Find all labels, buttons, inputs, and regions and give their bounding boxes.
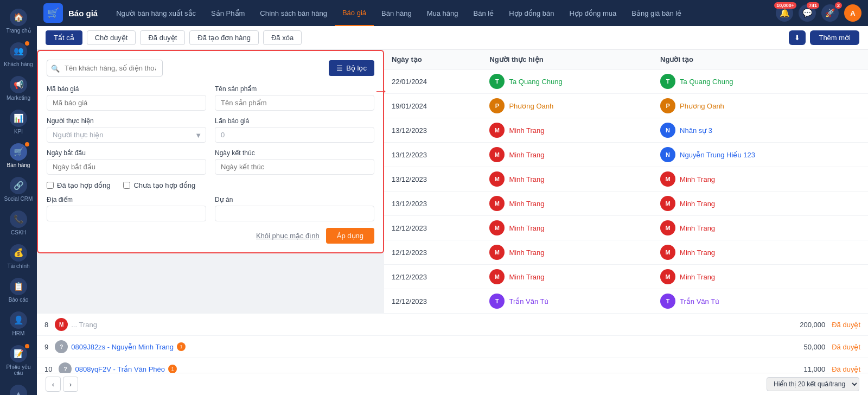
chua-tao-hop-dong-checkbox[interactable] bbox=[123, 182, 130, 189]
creator-name: Phương Oanh bbox=[680, 102, 724, 110]
filter-row-2: Người thực hiện Người thực hiện ▼ Lần bá… bbox=[47, 117, 374, 143]
menu-item-chinhsach[interactable]: Chính sách bán hàng bbox=[252, 0, 335, 26]
cell-executor: M Minh Trang bbox=[482, 216, 653, 240]
them-moi-button[interactable]: Thêm mới bbox=[810, 30, 859, 45]
badge: 1 bbox=[177, 342, 186, 351]
main-content: 🛒 Báo giá Người bán hàng xuất sắc Sản Ph… bbox=[37, 0, 868, 395]
ten-san-pham-input[interactable] bbox=[215, 95, 374, 111]
cell-pdf[interactable]: 0813ntilGj-N3vgY82-wtmxGRk.pdf bbox=[866, 118, 868, 143]
sidebar-item-marketing[interactable]: 📢 Marketing bbox=[0, 72, 37, 105]
menu-item-banle[interactable]: Bán lẻ bbox=[466, 0, 502, 26]
sidebar-item-home[interactable]: 🏠 Trang chủ bbox=[0, 4, 37, 38]
cell-pdf[interactable]: 0813ntilGj.pdf bbox=[866, 167, 868, 192]
ngay-bat-dau-input[interactable] bbox=[47, 159, 206, 175]
filter-label: Bộ lọc bbox=[346, 64, 367, 72]
ten-san-pham-label: Tên sản phẩm bbox=[215, 85, 374, 93]
row-num: 8 bbox=[44, 321, 48, 329]
lan-bao-gia-input[interactable] bbox=[215, 127, 374, 143]
sidebar-item-collapse-up[interactable]: ▲ bbox=[0, 380, 37, 395]
row-user: ? 0809J82zs - Nguyễn Minh Trang 1 bbox=[55, 340, 186, 353]
subtab-choduyet[interactable]: Chờ duyệt bbox=[87, 30, 136, 45]
dia-diem-input[interactable] bbox=[47, 206, 206, 221]
du-an-input[interactable] bbox=[215, 206, 374, 221]
sidebar-item-socialcrm[interactable]: 🔗 Social CRM bbox=[0, 173, 37, 206]
reset-button[interactable]: Khôi phục mặc định bbox=[256, 232, 320, 240]
menu-item-sanpham[interactable]: Sản Phẩm bbox=[203, 0, 252, 26]
cell-pdf[interactable]: 0811NZ42z.pdf bbox=[866, 216, 868, 240]
sidebar-item-banhang[interactable]: 🛒 Bán hàng bbox=[0, 139, 37, 173]
filter-du-an: Dự án bbox=[215, 196, 374, 221]
creator-avatar: T bbox=[660, 74, 675, 89]
sidebar-item-kpi[interactable]: 📊 KPI bbox=[0, 105, 37, 139]
notification-bell-button[interactable]: 🔔 10,000+ bbox=[776, 4, 793, 22]
creator-name: Minh Trang bbox=[680, 224, 715, 232]
executor-name: Minh Trang bbox=[509, 175, 544, 183]
menu-item-hopdongmua[interactable]: Hợp đồng mua bbox=[561, 0, 624, 26]
subtab-tatca[interactable]: Tất cả bbox=[46, 30, 82, 45]
notification-badge bbox=[25, 41, 29, 46]
cell-date: 12/12/2023 bbox=[384, 240, 482, 265]
sidebar-item-baocao[interactable]: 📋 Báo cáo bbox=[0, 273, 37, 307]
cell-date: 12/12/2023 bbox=[384, 216, 482, 240]
cell-pdf[interactable]: 0809J82zs.pdf bbox=[866, 265, 868, 289]
subtab-daxoa[interactable]: Đã xóa bbox=[263, 30, 302, 45]
menu-item-banhang[interactable]: Bán hàng bbox=[374, 0, 419, 26]
search-input[interactable] bbox=[47, 60, 163, 77]
sidebar-item-phieuyeucau[interactable]: 📝 Phiếu yêu cầu bbox=[0, 341, 37, 380]
creator-avatar: M bbox=[660, 220, 675, 235]
executor-name: Minh Trang bbox=[509, 151, 544, 159]
creator-avatar: N bbox=[660, 147, 675, 162]
table-row: 13/12/2023 M Minh Trang N Nguyễn Trung H… bbox=[384, 143, 868, 167]
executor-avatar: T bbox=[489, 294, 505, 309]
ma-bao-gia-input[interactable] bbox=[47, 95, 206, 111]
executor-avatar: T bbox=[489, 74, 505, 89]
download-button[interactable]: ⬇ bbox=[789, 30, 806, 45]
cell-pdf[interactable]: 0817dBgzr.pdf bbox=[866, 69, 868, 94]
sidebar-item-label: Báo cáo bbox=[9, 297, 29, 303]
cell-pdf[interactable]: 0816z7lm6.pdf bbox=[866, 94, 868, 118]
apply-button[interactable]: Áp dụng bbox=[326, 228, 374, 244]
notification-chat-button[interactable]: 💬 741 bbox=[799, 4, 816, 22]
cell-date: 19/01/2024 bbox=[384, 94, 482, 118]
executor-name: Minh Trang bbox=[509, 224, 544, 232]
subtab-dataodonhang[interactable]: Đã tạo đơn hàng bbox=[189, 30, 259, 45]
row-code[interactable]: 0808yqF2V - Trần Văn Phèo bbox=[75, 365, 165, 373]
cell-pdf[interactable]: 0812jYayG.pdf bbox=[866, 192, 868, 216]
cell-pdf[interactable]: 0810dkxR6.pdf bbox=[866, 240, 868, 265]
cell-date: 13/12/2023 bbox=[384, 118, 482, 143]
menu-item-banggiable[interactable]: Bảng giá bán lẻ bbox=[624, 0, 689, 26]
filter-nguoi-thuc-hien: Người thực hiện Người thực hiện ▼ bbox=[47, 117, 206, 143]
cell-pdf[interactable]: 0808yqF2V.pdf bbox=[866, 289, 868, 314]
sidebar-item-cskh[interactable]: 📞 CSKH bbox=[0, 206, 37, 240]
sidebar-item-label: Social CRM bbox=[4, 196, 33, 202]
notification-rocket-button[interactable]: 🚀 2 bbox=[821, 4, 839, 22]
table-header-row: Ngày tạo Người thực hiện Người tạo Tải f… bbox=[384, 50, 868, 69]
chua-tao-hop-dong-label[interactable]: Chưa tạo hợp đồng bbox=[123, 181, 195, 189]
cell-creator: N Nguyễn Trung Hiếu 123 bbox=[653, 143, 866, 167]
menu-item-baogiam[interactable]: Báo giá bbox=[335, 0, 374, 26]
cell-executor: M Minh Trang bbox=[482, 167, 653, 192]
menu-item-muahang[interactable]: Mua hàng bbox=[419, 0, 466, 26]
sidebar-item-khachhang[interactable]: 👥 Khách hàng bbox=[0, 38, 37, 72]
row-code[interactable]: 0809J82zs - Nguyễn Minh Trang bbox=[71, 343, 174, 351]
menu-item-nguoiban[interactable]: Người bán hàng xuất sắc bbox=[108, 0, 203, 26]
cell-pdf[interactable]: 0813ntilGj-N3vgY82.pdf bbox=[866, 143, 868, 167]
sidebar-item-hrm[interactable]: 👤 HRM bbox=[0, 307, 37, 341]
status-badge: Đã duyệt bbox=[832, 321, 860, 329]
menu-item-hopdongban[interactable]: Hợp đồng bán bbox=[501, 0, 561, 26]
da-tao-hop-dong-checkbox[interactable] bbox=[47, 182, 54, 189]
ngay-ket-thuc-input[interactable] bbox=[215, 159, 374, 175]
page-size-select[interactable]: Hiển thị 20 kết quả/trang bbox=[767, 377, 859, 391]
nguoi-thuc-hien-select[interactable]: Người thực hiện bbox=[47, 127, 206, 143]
prev-page-button[interactable]: ‹ bbox=[46, 377, 61, 392]
sidebar-item-taichinh[interactable]: 💰 Tài chính bbox=[0, 240, 37, 273]
creator-name: Minh Trang bbox=[680, 175, 715, 183]
avatar[interactable]: A bbox=[844, 4, 861, 22]
ma-bao-gia-label: Mã báo giá bbox=[47, 85, 206, 93]
subtab-daduyet[interactable]: Đã duyệt bbox=[140, 30, 185, 45]
executor-name: Trần Văn Tú bbox=[509, 297, 548, 305]
next-page-button[interactable]: › bbox=[63, 377, 78, 392]
creator-name: Minh Trang bbox=[680, 273, 715, 281]
filter-button[interactable]: ☰ Bộ lọc bbox=[329, 60, 374, 76]
da-tao-hop-dong-label[interactable]: Đã tạo hợp đồng bbox=[47, 181, 110, 189]
